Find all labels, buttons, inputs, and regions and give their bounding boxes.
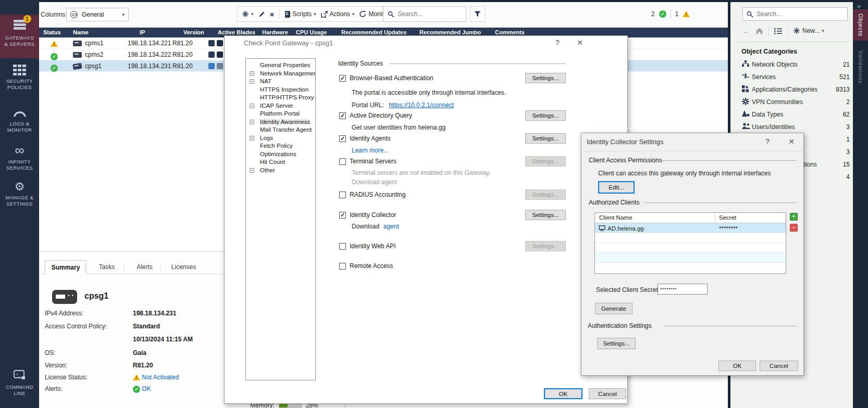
generate-button[interactable]: Generate bbox=[595, 303, 633, 314]
identity-agents-learn-more-link[interactable]: Learn more... bbox=[352, 147, 389, 154]
help-icon[interactable]: ? bbox=[763, 137, 772, 146]
tab-validations[interactable]: Validations bbox=[853, 44, 868, 91]
tree-item-logs[interactable]: Logs bbox=[246, 134, 315, 143]
help-icon[interactable]: ? bbox=[553, 39, 562, 47]
tree-item-fetch-policy[interactable]: Fetch Policy bbox=[246, 142, 315, 150]
columns-dropdown[interactable]: General ▾ bbox=[66, 8, 129, 21]
settings-button-identity-agents[interactable]: Settings... bbox=[525, 133, 566, 144]
empty-client-row[interactable] bbox=[595, 253, 786, 263]
authentication-settings-button[interactable]: Settings... bbox=[597, 338, 636, 349]
tab-alerts[interactable]: Alerts bbox=[128, 260, 162, 274]
category-users-identities[interactable]: Users/Identities3 bbox=[730, 121, 855, 133]
portal-url-link[interactable]: https://10.0.2.1/connect bbox=[389, 101, 454, 109]
column-header-recommended-jumbo[interactable]: Recommended Jumbo bbox=[419, 29, 481, 35]
add-client-button[interactable]: + bbox=[790, 213, 798, 221]
tree-item-identity-awareness[interactable]: Identity Awareness bbox=[246, 118, 315, 126]
tab-tasks[interactable]: Tasks bbox=[89, 260, 125, 274]
new-object-button[interactable]: New... ▾ bbox=[793, 27, 824, 34]
collapse-panel-icon[interactable]: » bbox=[857, 2, 861, 10]
expand-icon[interactable] bbox=[250, 71, 254, 76]
sidebar-item-gateways[interactable]: 1GATEWAYS& SERVERS bbox=[0, 15, 39, 58]
scripts-menu-button[interactable]: Scripts ▾ bbox=[284, 10, 316, 18]
filter-button[interactable] bbox=[470, 6, 485, 22]
ok-button[interactable]: OK bbox=[718, 361, 756, 371]
checkbox-identity-web-api[interactable] bbox=[339, 243, 346, 250]
license-status-link[interactable]: Not Activated bbox=[142, 374, 179, 381]
tree-item-general-properties[interactable]: General Properties bbox=[246, 61, 315, 70]
column-header-version[interactable]: Version bbox=[183, 29, 204, 35]
tree-item-nat[interactable]: NAT bbox=[246, 78, 315, 86]
collector-agent-link[interactable]: agent bbox=[383, 223, 399, 230]
sidebar-item-manage[interactable]: ⚙MANAGE &SETTINGS bbox=[0, 177, 39, 210]
column-header-status[interactable]: Status bbox=[43, 29, 61, 35]
alerts-status-link[interactable]: OK bbox=[142, 385, 151, 392]
category-data-types[interactable]: Data Types62 bbox=[730, 108, 855, 121]
sidebar-item-command[interactable]: >_COMMANDLINE bbox=[0, 366, 39, 399]
checkbox-active-directory-query[interactable] bbox=[339, 112, 346, 119]
tree-item-network-management[interactable]: Network Management bbox=[246, 70, 315, 78]
expand-icon[interactable] bbox=[250, 104, 254, 108]
column-header-cpu-usage[interactable]: CPU Usage bbox=[296, 29, 327, 35]
gateways-search-box[interactable] bbox=[383, 6, 466, 22]
tree-item-icap-server[interactable]: ICAP Server bbox=[246, 102, 315, 110]
cancel-button[interactable]: Cancel bbox=[760, 361, 798, 371]
settings-button-identity-collector[interactable]: Settings... bbox=[525, 210, 566, 220]
category-services[interactable]: Services521 bbox=[730, 71, 855, 83]
tree-item-mail-transfer-agent[interactable]: Mail Transfer Agent bbox=[246, 126, 315, 134]
settings-button-browser-based-authentication[interactable]: Settings... bbox=[525, 73, 566, 83]
new-gateway-button[interactable]: ▾ bbox=[242, 10, 254, 18]
category-vpn-communities[interactable]: VPN Communities2 bbox=[730, 96, 855, 108]
tree-item-other[interactable]: Other bbox=[246, 167, 315, 175]
empty-client-row[interactable] bbox=[595, 243, 786, 253]
edit-button[interactable]: Edit... bbox=[598, 181, 635, 194]
tab-objects[interactable]: Objects bbox=[853, 9, 868, 41]
remove-client-button[interactable]: − bbox=[790, 224, 798, 232]
column-header-name[interactable]: Name bbox=[73, 29, 89, 35]
tab-summary[interactable]: Summary bbox=[45, 260, 86, 274]
search-input[interactable] bbox=[398, 10, 455, 18]
tree-item-https-inspection[interactable]: HTTPS Inspection bbox=[246, 86, 315, 94]
objects-search-box[interactable] bbox=[742, 7, 848, 21]
authorized-clients-table[interactable]: Client Name Secret AD.helena.gg ******** bbox=[594, 212, 786, 274]
column-header-ip[interactable]: IP bbox=[140, 29, 145, 35]
client-row[interactable]: AD.helena.gg ******** bbox=[595, 223, 786, 233]
list-view-icon[interactable] bbox=[774, 28, 782, 34]
checkbox-browser-based-authentication[interactable] bbox=[339, 75, 346, 82]
expand-icon[interactable] bbox=[250, 79, 254, 84]
category-applications-categories[interactable]: Applications/Categories8313 bbox=[730, 83, 855, 96]
sidebar-item-logs[interactable]: LOGS &MONITOR bbox=[0, 104, 39, 137]
column-header-active-blades[interactable]: Active Blades bbox=[218, 29, 255, 35]
settings-button-active-directory-query[interactable]: Settings... bbox=[525, 110, 566, 121]
checkbox-terminal-servers[interactable] bbox=[339, 158, 346, 165]
checkbox-radius-accounting[interactable] bbox=[339, 192, 346, 198]
edit-button[interactable] bbox=[258, 11, 265, 18]
tree-item-hit-count[interactable]: Hit Count bbox=[246, 158, 315, 167]
category-network-objects[interactable]: Network Objects21 bbox=[730, 58, 855, 71]
selected-client-secret-input[interactable]: ******** bbox=[658, 284, 708, 295]
column-header-hardware[interactable]: Hardware bbox=[262, 29, 288, 35]
checkbox-remote-access[interactable] bbox=[339, 263, 346, 270]
objects-search-input[interactable] bbox=[757, 10, 814, 18]
home-icon[interactable] bbox=[755, 27, 763, 34]
sidebar-item-infinity[interactable]: ∞INFINITYSERVICES bbox=[0, 141, 39, 177]
expand-icon[interactable] bbox=[250, 168, 254, 173]
tab-licenses[interactable]: Licenses bbox=[164, 260, 203, 274]
ok-button[interactable]: OK bbox=[544, 388, 582, 399]
tree-item-optimizations[interactable]: Optimizations bbox=[246, 150, 315, 159]
expand-icon[interactable] bbox=[250, 120, 254, 124]
back-arrow-icon[interactable]: ← bbox=[742, 27, 750, 35]
tree-item-http-https-proxy[interactable]: HTTP/HTTPS Proxy bbox=[246, 94, 315, 102]
empty-client-row[interactable] bbox=[595, 233, 786, 243]
column-header-comments[interactable]: Comments bbox=[495, 29, 525, 35]
delete-button[interactable]: × bbox=[270, 10, 275, 19]
sidebar-item-security[interactable]: SECURITYPOLICIES bbox=[0, 60, 39, 98]
close-icon[interactable]: ✕ bbox=[575, 39, 585, 47]
column-header-recommended-updates[interactable]: Recommended Updates bbox=[341, 29, 406, 35]
close-icon[interactable]: ✕ bbox=[787, 137, 796, 146]
cancel-button[interactable]: Cancel bbox=[589, 388, 626, 399]
actions-menu-button[interactable]: Actions ▾ bbox=[321, 10, 355, 18]
tree-item-platform-portal[interactable]: Platform Portal bbox=[246, 110, 315, 118]
expand-icon[interactable] bbox=[250, 136, 254, 141]
checkbox-identity-collector[interactable] bbox=[339, 212, 346, 219]
checkbox-identity-agents[interactable] bbox=[339, 135, 346, 142]
